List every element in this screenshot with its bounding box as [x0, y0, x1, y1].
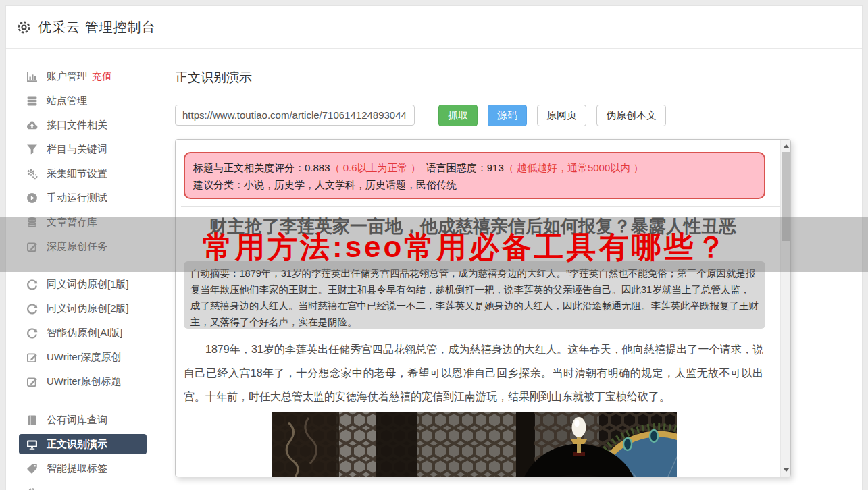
chart-bars-icon	[26, 71, 38, 82]
sidebar-item-label: UWriter原创标题	[47, 375, 122, 388]
sidebar-item-label: 同义词伪原创[2版]	[47, 302, 129, 315]
app-title: 优采云 管理控制台	[38, 18, 156, 36]
filter-icon	[26, 144, 38, 155]
refresh-icon	[26, 327, 38, 339]
sidebar-item-label: 智能伪原创[AI版]	[47, 327, 123, 339]
original-page-button[interactable]: 原网页	[537, 105, 586, 126]
sidebar-item-truncated[interactable]	[6, 481, 175, 490]
sidebar-item-sites[interactable]: 站点管理	[6, 88, 175, 113]
edit-icon	[26, 352, 38, 363]
monitor-icon	[26, 439, 38, 450]
sidebar-item-label: 采集细节设置	[47, 167, 107, 180]
action-button-row: 抓取 源码 原网页 伪原创本文	[438, 105, 666, 126]
page-title: 正文识别演示	[175, 69, 252, 86]
sidebar-item-label: 正文识别演示	[47, 438, 107, 451]
alert-line-category: 建议分类：小说，历史学，人文学科，历史话题，民俗传统	[193, 176, 756, 193]
sidebar-item-label: 智能提取标签	[47, 462, 107, 475]
refresh-icon	[26, 279, 38, 290]
fetch-button[interactable]: 抓取	[438, 105, 478, 126]
tag-icon	[26, 463, 38, 474]
sidebar-item-columns-keywords[interactable]: 栏目与关键词	[6, 137, 175, 161]
app-header: 优采云 管理控制台	[6, 6, 862, 49]
sidebar-item-label: 栏目与关键词	[47, 143, 107, 156]
url-input[interactable]	[175, 105, 415, 126]
cloud-upload-icon	[26, 119, 38, 131]
perplexity-note: （ 越低越好，通常5000以内 ）	[504, 162, 644, 173]
relevance-score: 标题与正文相关度评分：0.883	[193, 162, 330, 173]
alert-line-scores: 标题与正文相关度评分：0.883（ 0.6以上为正常 ）语言困惑度：913（ 越…	[193, 159, 756, 176]
source-button[interactable]: 源码	[488, 105, 527, 126]
gears-icon	[26, 168, 38, 180]
watermark-overlay: 常用方法:seo常用必备工具有哪些？	[0, 217, 868, 272]
watermark-text: 常用方法:seo常用必备工具有哪些？	[203, 227, 728, 267]
sidebar-divider	[26, 400, 153, 400]
recharge-link[interactable]: 充值	[92, 70, 112, 83]
sidebar-item-label: UWriter深度原创	[47, 351, 122, 364]
sidebar-item-collect-settings[interactable]: 采集细节设置	[6, 161, 175, 186]
sidebar-item-account[interactable]: 账户管理 充值	[6, 64, 175, 88]
sidebar-item-interface-files[interactable]: 接口文件相关	[6, 113, 175, 137]
sidebar-item-uwriter-deep[interactable]: UWriter深度原创	[6, 345, 175, 369]
sidebar-item-label: 账户管理	[47, 70, 87, 83]
sidebar-item-label: 同义词伪原创[1版]	[47, 278, 129, 291]
sidebar-item-synonym-rewrite-v1[interactable]: 同义词伪原创[1版]	[6, 272, 175, 296]
sidebar-item-content-recognition-demo[interactable]: 正文识别演示	[19, 434, 147, 454]
server-icon	[26, 95, 38, 107]
scroll-down-arrow-icon[interactable]	[783, 468, 790, 472]
gear-icon	[26, 487, 38, 490]
edit-icon	[26, 376, 38, 387]
perplexity-score: 语言困惑度：913	[426, 162, 504, 173]
article-image-qing-official-hat	[272, 412, 677, 477]
play-circle-icon	[26, 192, 38, 204]
sidebar-item-synonym-rewrite-v2[interactable]: 同义词伪原创[2版]	[6, 296, 175, 321]
article-paragraph: 1879年，31岁的李莲英出任储秀宫四品花翎总管，成为慈禧身边的大红人。这年春天…	[184, 337, 763, 408]
scroll-up-arrow-icon[interactable]	[783, 144, 790, 148]
book-icon	[26, 414, 38, 426]
sidebar-item-ai-rewrite[interactable]: 智能伪原创[AI版]	[6, 321, 175, 345]
sidebar-item-smart-tags[interactable]: 智能提取标签	[6, 456, 175, 481]
relevance-note: （ 0.6以上为正常 ）	[330, 162, 421, 173]
sidebar-item-manual-test[interactable]: 手动运行测试	[6, 186, 175, 210]
sidebar-item-label: 站点管理	[47, 94, 87, 107]
sidebar-item-label: 公有词库查询	[47, 414, 107, 427]
rewrite-button[interactable]: 伪原创本文	[596, 105, 666, 126]
gear-icon	[17, 20, 31, 34]
panel-scrollbar[interactable]	[780, 140, 790, 477]
result-panel: 标题与正文相关度评分：0.883（ 0.6以上为正常 ）语言困惑度：913（ 越…	[175, 139, 791, 477]
sidebar-item-label: 接口文件相关	[47, 119, 107, 132]
sidebar-item-public-thesaurus[interactable]: 公有词库查询	[6, 408, 175, 432]
refresh-icon	[26, 303, 38, 315]
analysis-alert: 标题与正文相关度评分：0.883（ 0.6以上为正常 ）语言困惑度：913（ 越…	[184, 152, 765, 199]
divider	[181, 206, 785, 207]
sidebar-item-uwriter-title[interactable]: UWriter原创标题	[6, 369, 175, 393]
sidebar-item-label: 手动运行测试	[47, 192, 107, 205]
